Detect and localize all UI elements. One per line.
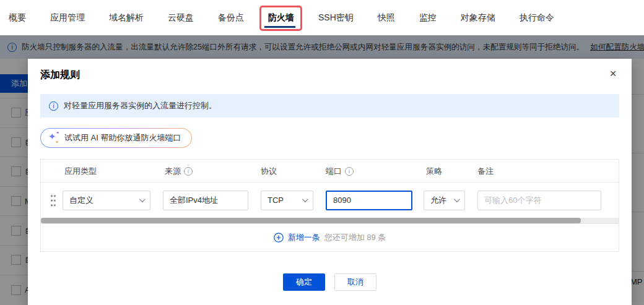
ai-assist-label: 试试用 AI 帮助你放通防火墙端口 (64, 132, 181, 144)
header-source: 来源i (165, 166, 193, 177)
tab-backup-point[interactable]: 备份点 (218, 12, 244, 24)
dialog-title: 添加规则 (40, 69, 619, 82)
add-rule-row: 新增一条 您还可增加 89 条 (41, 223, 619, 251)
remaining-quota-hint: 您还可增加 89 条 (324, 232, 386, 243)
rule-row: 自定义 TCP 允许 (41, 183, 619, 218)
chevron-down-icon (454, 196, 460, 202)
header-policy: 策略 (426, 166, 442, 177)
ai-assist-button[interactable]: ✦✦✦ 试试用 AI 帮助你放通防火墙端口 (40, 128, 192, 148)
app-type-select[interactable]: 自定义 (63, 191, 150, 210)
tab-app-management[interactable]: 应用管理 (50, 12, 85, 24)
header-note: 备注 (477, 166, 494, 177)
close-icon[interactable]: × (606, 66, 620, 81)
tab-monitoring[interactable]: 监控 (419, 12, 437, 24)
plus-circle-icon (274, 233, 284, 243)
page: 概要 应用管理 域名解析 云硬盘 备份点 防火墙 SSH密钥 快照 监控 对象存… (0, 0, 644, 305)
source-input[interactable] (163, 191, 248, 210)
header-port: 端口i (326, 166, 354, 177)
tab-overview[interactable]: 概要 (9, 12, 26, 24)
note-input[interactable] (477, 191, 601, 210)
protocol-select[interactable]: TCP (261, 191, 313, 210)
scrollbar-thumb[interactable] (41, 218, 581, 223)
tab-firewall[interactable]: 防火墙 (268, 12, 294, 24)
cancel-button[interactable]: 取消 (334, 273, 376, 291)
add-one-more-link[interactable]: 新增一条 (274, 232, 320, 243)
port-input[interactable] (326, 191, 412, 210)
tab-run-command[interactable]: 执行命令 (520, 12, 554, 24)
header-app-type: 应用类型 (64, 166, 97, 177)
dialog-footer: 确定 取消 (40, 273, 619, 291)
rule-table-header: 应用类型 来源i 协议 端口i 策略 备注 (41, 160, 619, 183)
active-tab-underline (264, 26, 295, 28)
header-protocol: 协议 (261, 166, 277, 177)
chevron-down-icon (302, 196, 308, 202)
chevron-down-icon (139, 196, 146, 202)
source-info-icon[interactable]: i (184, 167, 193, 176)
horizontal-scrollbar[interactable] (41, 218, 619, 223)
tab-ssh-key[interactable]: SSH密钥 (318, 12, 354, 24)
policy-select[interactable]: 允许 (424, 191, 465, 210)
tab-snapshot[interactable]: 快照 (378, 12, 395, 24)
tab-object-storage[interactable]: 对象存储 (461, 12, 495, 24)
tab-dns[interactable]: 域名解析 (109, 12, 144, 24)
dialog-info-banner: i 对轻量应用服务器实例的入流量进行控制。 (40, 94, 619, 118)
add-rule-dialog: 添加规则 × i 对轻量应用服务器实例的入流量进行控制。 ✦✦✦ 试试用 AI … (28, 59, 632, 305)
port-info-icon[interactable]: i (345, 167, 354, 176)
dialog-info-text: 对轻量应用服务器实例的入流量进行控制。 (64, 100, 217, 111)
drag-handle-icon[interactable] (50, 194, 56, 207)
tab-bar: 概要 应用管理 域名解析 云硬盘 备份点 防火墙 SSH密钥 快照 监控 对象存… (0, 0, 644, 35)
tab-firewall-label: 防火墙 (268, 12, 294, 22)
info-icon: i (49, 101, 58, 111)
confirm-button[interactable]: 确定 (283, 273, 325, 291)
ai-sparkle-icon: ✦✦✦ (48, 132, 59, 144)
rule-table: 应用类型 来源i 协议 端口i 策略 备注 自定义 TCP 允许 (40, 159, 619, 252)
tab-cloud-disk[interactable]: 云硬盘 (168, 12, 194, 24)
